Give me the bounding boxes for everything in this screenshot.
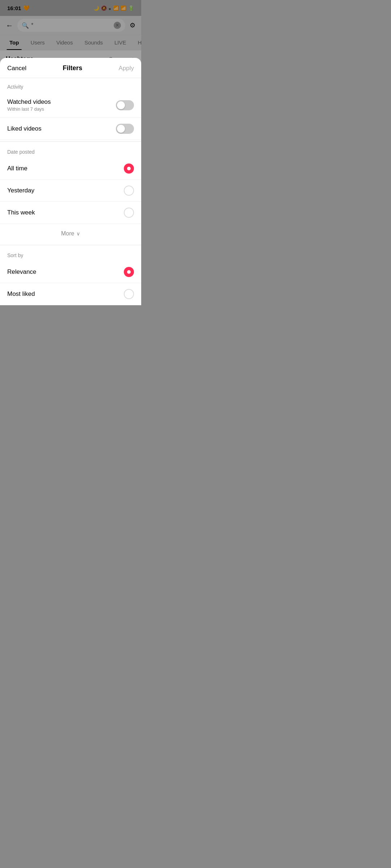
date-posted-section-label: Date posted [0, 143, 141, 158]
liked-videos-toggle[interactable] [116, 124, 134, 134]
most-liked-radio[interactable] [124, 289, 134, 299]
watched-videos-toggle[interactable] [116, 100, 134, 110]
more-label: More [61, 230, 74, 237]
watched-videos-row: Watched videos Within last 7 days [0, 93, 141, 118]
more-row[interactable]: More ∨ [0, 224, 141, 243]
watched-videos-sublabel: Within last 7 days [7, 106, 51, 112]
modal-title: Filters [63, 64, 82, 72]
watched-videos-label: Watched videos [7, 98, 51, 106]
watched-videos-label-group: Watched videos Within last 7 days [7, 98, 51, 112]
activity-section-label: Activity [0, 78, 141, 93]
modal-header: Cancel Filters Apply [0, 58, 141, 78]
liked-videos-row: Liked videos [0, 118, 141, 140]
filter-modal: Cancel Filters Apply Activity Watched vi… [0, 58, 141, 305]
yesterday-row[interactable]: Yesterday [0, 180, 141, 202]
all-time-radio[interactable] [124, 163, 134, 174]
this-week-label: This week [7, 209, 35, 216]
liked-videos-label: Liked videos [7, 125, 42, 132]
all-time-label: All time [7, 165, 28, 172]
modal-overlay: Cancel Filters Apply Activity Watched vi… [0, 0, 141, 305]
all-time-row[interactable]: All time [0, 158, 141, 180]
cancel-button[interactable]: Cancel [7, 65, 26, 72]
yesterday-label: Yesterday [7, 187, 34, 194]
most-liked-label: Most liked [7, 290, 35, 298]
this-week-radio[interactable] [124, 208, 134, 218]
relevance-row[interactable]: Relevance [0, 261, 141, 283]
section-divider-2 [0, 245, 141, 245]
yesterday-radio[interactable] [124, 186, 134, 196]
relevance-radio[interactable] [124, 267, 134, 277]
chevron-down-icon: ∨ [76, 231, 80, 237]
section-divider-1 [0, 141, 141, 142]
most-liked-row[interactable]: Most liked [0, 283, 141, 305]
relevance-label: Relevance [7, 268, 36, 276]
modal-body: Activity Watched videos Within last 7 da… [0, 78, 141, 305]
this-week-row[interactable]: This week [0, 202, 141, 224]
apply-button[interactable]: Apply [118, 65, 134, 72]
sort-by-section-label: Sort by [0, 247, 141, 261]
